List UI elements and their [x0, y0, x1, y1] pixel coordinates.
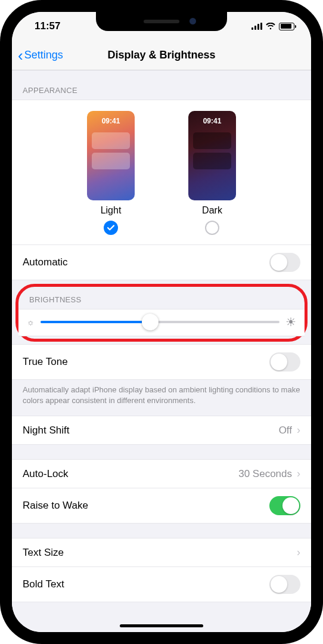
chevron-right-icon: › — [297, 467, 300, 480]
light-label: Light — [101, 205, 122, 216]
true-tone-label: True Tone — [23, 356, 68, 368]
brightness-slider-row: ☼ ☀ — [18, 309, 305, 336]
back-label: Settings — [24, 49, 63, 61]
wifi-icon — [266, 23, 275, 30]
automatic-switch[interactable] — [269, 253, 300, 272]
brightness-header: BRIGHTNESS — [18, 287, 305, 309]
auto-lock-row[interactable]: Auto-Lock 30 Seconds › — [12, 460, 311, 488]
text-size-row[interactable]: Text Size › — [12, 538, 311, 566]
light-preview: 09:41 — [87, 111, 135, 200]
true-tone-section: True Tone — [12, 344, 311, 380]
bold-text-switch[interactable] — [269, 575, 300, 594]
night-shift-row[interactable]: Night Shift Off › — [12, 416, 311, 444]
brightness-slider[interactable] — [41, 313, 279, 331]
lock-section: Auto-Lock 30 Seconds › Raise to Wake — [12, 459, 311, 524]
speaker — [144, 20, 179, 23]
auto-lock-value: 30 Seconds — [238, 468, 292, 480]
true-tone-row: True Tone — [12, 345, 311, 379]
raise-to-wake-label: Raise to Wake — [23, 500, 88, 512]
raise-to-wake-switch[interactable] — [269, 496, 300, 515]
screen: 11:57 ‹ Settings Display & Brightness AP… — [12, 12, 311, 632]
chevron-left-icon: ‹ — [18, 48, 23, 63]
bold-text-row: Bold Text — [12, 566, 311, 602]
appearance-header: APPEARANCE — [12, 70, 311, 100]
sun-small-icon: ☼ — [27, 317, 35, 327]
cellular-icon — [251, 23, 262, 30]
dark-radio[interactable] — [205, 221, 219, 235]
night-shift-label: Night Shift — [23, 425, 69, 436]
nav-bar: ‹ Settings Display & Brightness — [12, 41, 311, 70]
appearance-light-option[interactable]: 09:41 Light — [87, 111, 135, 235]
night-shift-section: Night Shift Off › — [12, 416, 311, 445]
battery-icon — [279, 23, 294, 30]
front-camera — [190, 18, 196, 24]
page-title: Display & Brightness — [107, 49, 215, 61]
auto-lock-label: Auto-Lock — [23, 468, 69, 480]
appearance-dark-option[interactable]: 09:41 Dark — [188, 111, 236, 235]
sun-large-icon: ☀ — [285, 315, 296, 329]
dark-preview: 09:41 — [188, 111, 236, 200]
bold-text-label: Bold Text — [23, 578, 64, 590]
raise-to-wake-row: Raise to Wake — [12, 488, 311, 523]
appearance-section: 09:41 Light 09:41 — [12, 100, 311, 280]
content-scroll[interactable]: APPEARANCE 09:41 Light — [12, 70, 311, 632]
home-indicator[interactable] — [120, 624, 203, 627]
device-frame: 11:57 ‹ Settings Display & Brightness AP… — [0, 0, 323, 644]
check-icon — [107, 224, 115, 232]
night-shift-value: Off — [279, 425, 292, 436]
status-time: 11:57 — [35, 20, 60, 32]
chevron-right-icon: › — [297, 424, 300, 436]
chevron-right-icon: › — [297, 546, 300, 559]
text-section: Text Size › Bold Text — [12, 538, 311, 602]
light-radio[interactable] — [104, 221, 118, 235]
dark-label: Dark — [202, 205, 222, 216]
automatic-row: Automatic — [12, 244, 311, 280]
status-indicators — [251, 23, 294, 30]
notch — [96, 12, 227, 31]
true-tone-switch[interactable] — [269, 352, 300, 371]
text-size-label: Text Size — [23, 547, 64, 559]
true-tone-description: Automatically adapt iPhone display based… — [12, 380, 311, 416]
back-button[interactable]: ‹ Settings — [12, 48, 63, 63]
automatic-label: Automatic — [23, 256, 68, 268]
brightness-highlight: BRIGHTNESS ☼ ☀ — [15, 284, 308, 342]
